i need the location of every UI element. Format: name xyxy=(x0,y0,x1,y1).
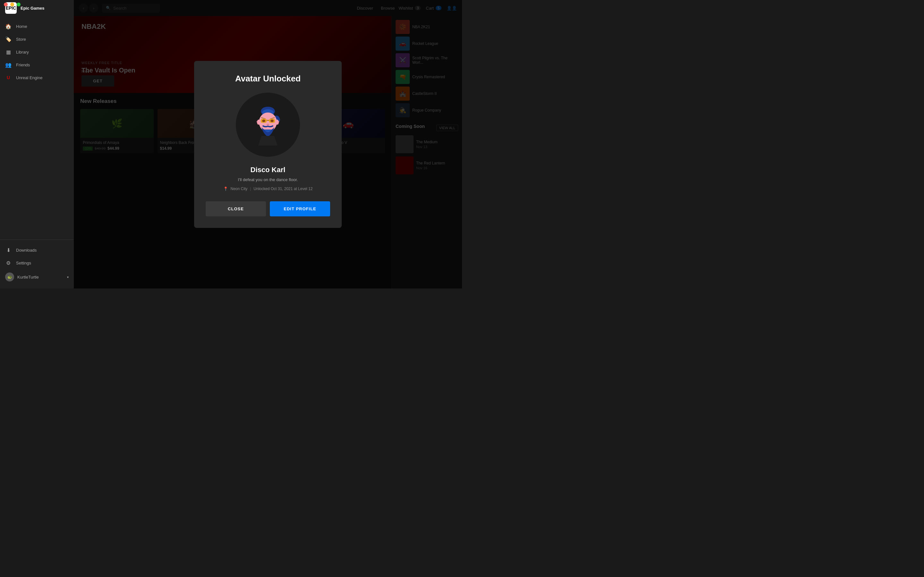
friends-icon: 👥 xyxy=(5,61,11,68)
modal-overlay: Avatar Unlocked xyxy=(74,0,462,288)
location-icon: 📍 xyxy=(223,187,228,191)
sidebar-item-settings[interactable]: ⚙ Settings xyxy=(0,256,74,269)
sidebar-item-downloads[interactable]: ⬇ Downloads xyxy=(0,243,74,256)
avatar-svg xyxy=(242,99,294,150)
svg-point-10 xyxy=(270,119,274,122)
svg-rect-8 xyxy=(267,120,269,121)
avatar-meta: 📍 Neon City | Unlocked Oct 31, 2021 at L… xyxy=(223,187,313,191)
settings-icon: ⚙ xyxy=(5,259,11,266)
main-content: ‹ › 🔍 Search Discover Browse Wishlist 3 … xyxy=(74,0,462,288)
user-profile-item[interactable]: 🐢 KurtleTurtle ▾ xyxy=(0,269,74,285)
downloads-icon: ⬇ xyxy=(5,247,11,253)
user-chevron-icon: ▾ xyxy=(67,276,69,279)
user-name: KurtleTurtle xyxy=(17,275,39,279)
sidebar-item-library[interactable]: ▦ Library xyxy=(0,45,74,58)
sidebar-item-home[interactable]: 🏠 Home xyxy=(0,20,74,33)
modal-title: Avatar Unlocked xyxy=(235,74,300,84)
sidebar-item-label-settings: Settings xyxy=(16,261,31,266)
sidebar-item-label-home: Home xyxy=(16,24,27,29)
sidebar-item-unreal[interactable]: U Unreal Engine xyxy=(0,71,74,84)
modal-buttons: CLOSE EDIT PROFILE xyxy=(206,201,330,216)
unreal-icon: U xyxy=(5,74,11,81)
minimize-traffic-light[interactable] xyxy=(10,3,14,6)
svg-point-9 xyxy=(262,119,265,122)
sidebar: EPIC Epic Games 🏠 Home 🏷️ Store ▦ Librar… xyxy=(0,0,74,288)
home-icon: 🏠 xyxy=(5,23,11,29)
edit-profile-button[interactable]: EDIT PROFILE xyxy=(270,201,330,216)
sidebar-item-label-unreal: Unreal Engine xyxy=(16,75,42,80)
sidebar-brand-name: Epic Games xyxy=(21,6,44,11)
store-icon: 🏷️ xyxy=(5,36,11,42)
modal: Avatar Unlocked xyxy=(194,61,342,228)
sidebar-item-friends[interactable]: 👥 Friends xyxy=(0,58,74,71)
avatar-name: Disco Karl xyxy=(250,166,286,174)
traffic-lights xyxy=(4,3,21,6)
sidebar-item-label-library: Library xyxy=(16,50,29,55)
user-avatar: 🐢 xyxy=(5,272,14,282)
close-button[interactable]: CLOSE xyxy=(206,201,266,216)
meta-separator: | xyxy=(250,187,251,191)
fullscreen-traffic-light[interactable] xyxy=(17,3,21,6)
avatar-circle xyxy=(236,93,300,157)
avatar-unlock-info: Unlocked Oct 31, 2021 at Level 12 xyxy=(254,187,312,191)
sidebar-item-label-store: Store xyxy=(16,37,26,42)
sidebar-bottom: ⬇ Downloads ⚙ Settings 🐢 KurtleTurtle ▾ xyxy=(0,239,74,288)
sidebar-item-store[interactable]: 🏷️ Store xyxy=(0,33,74,45)
sidebar-item-label-downloads: Downloads xyxy=(16,248,37,253)
avatar-location: Neon City xyxy=(231,187,248,191)
sidebar-nav: 🏠 Home 🏷️ Store ▦ Library 👥 Friends U Un… xyxy=(0,16,74,239)
close-traffic-light[interactable] xyxy=(4,3,8,6)
avatar-desc: I'll defeat you on the dance floor. xyxy=(238,177,298,182)
library-icon: ▦ xyxy=(5,49,11,55)
sidebar-item-label-friends: Friends xyxy=(16,63,30,67)
svg-point-11 xyxy=(267,124,269,126)
